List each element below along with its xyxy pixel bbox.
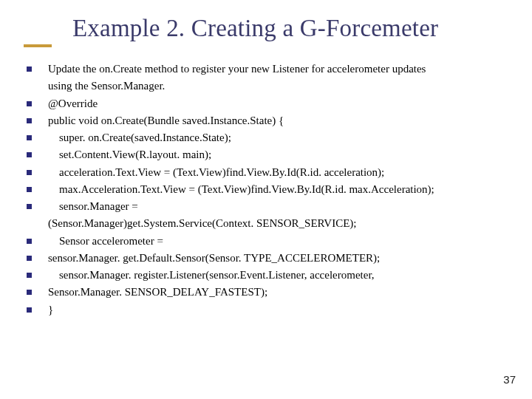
list-item: Update the on.Create method to register …: [27, 61, 510, 78]
list-item: Sensor accelerometer =: [27, 233, 510, 250]
body-text: Sensor accelerometer =: [48, 233, 510, 250]
list-item: sensor.Manager. register.Listener(sensor…: [27, 267, 510, 284]
body-text: using the Sensor.Manager.: [48, 78, 510, 95]
body-text: public void on.Create(Bundle saved.Insta…: [48, 112, 510, 129]
slide-body: Update the on.Create method to register …: [27, 61, 510, 318]
bullet-icon: [27, 273, 32, 278]
bullet-icon: [27, 187, 32, 192]
bullet-icon: [27, 170, 32, 175]
slide: Example 2. Creating a G-Forcemeter Updat…: [0, 0, 532, 399]
list-item: @Override: [27, 95, 510, 112]
bullet-icon: [27, 256, 32, 261]
bullet-icon: [27, 204, 32, 209]
bullet-icon: [27, 135, 32, 140]
list-item: sensor.Manager =: [27, 198, 510, 215]
body-text: set.Content.View(R.layout. main);: [48, 146, 510, 163]
page-number: 37: [503, 373, 516, 386]
list-item: acceleration.Text.View = (Text.View)find…: [27, 164, 510, 181]
bullet-icon: [27, 239, 32, 244]
body-text: max.Acceleration.Text.View = (Text.View)…: [48, 181, 510, 198]
body-text: sensor.Manager. register.Listener(sensor…: [48, 267, 510, 284]
list-item: set.Content.View(R.layout. main);: [27, 146, 510, 163]
list-item: max.Acceleration.Text.View = (Text.View)…: [27, 181, 510, 198]
list-item: (Sensor.Manager)get.System.Service(Conte…: [48, 215, 510, 232]
list-item: Sensor.Manager. SENSOR_DELAY_FASTEST);: [27, 284, 510, 301]
bullet-icon: [27, 66, 32, 72]
slide-title: Example 2. Creating a G-Forcemeter: [72, 15, 438, 42]
list-item: public void on.Create(Bundle saved.Insta…: [27, 112, 510, 129]
body-text: acceleration.Text.View = (Text.View)find…: [48, 164, 510, 181]
body-text: Sensor.Manager. SENSOR_DELAY_FASTEST);: [48, 284, 510, 301]
body-text: (Sensor.Manager)get.System.Service(Conte…: [48, 215, 510, 232]
body-text: }: [48, 301, 510, 318]
list-item: sensor.Manager. get.Default.Sensor(Senso…: [27, 250, 510, 267]
accent-bar: [24, 44, 52, 47]
list-item: }: [27, 301, 510, 318]
body-text: Update the on.Create method to register …: [48, 61, 510, 78]
bullet-icon: [27, 101, 32, 106]
body-text: super. on.Create(saved.Instance.State);: [48, 129, 510, 146]
list-item: super. on.Create(saved.Instance.State);: [27, 129, 510, 146]
list-item: using the Sensor.Manager.: [48, 78, 510, 95]
bullet-icon: [27, 307, 32, 313]
bullet-icon: [27, 152, 32, 157]
bullet-icon: [27, 290, 32, 295]
bullet-icon: [27, 118, 32, 123]
body-text: @Override: [48, 95, 510, 112]
body-text: sensor.Manager. get.Default.Sensor(Senso…: [48, 250, 510, 267]
body-text: sensor.Manager =: [48, 198, 510, 215]
